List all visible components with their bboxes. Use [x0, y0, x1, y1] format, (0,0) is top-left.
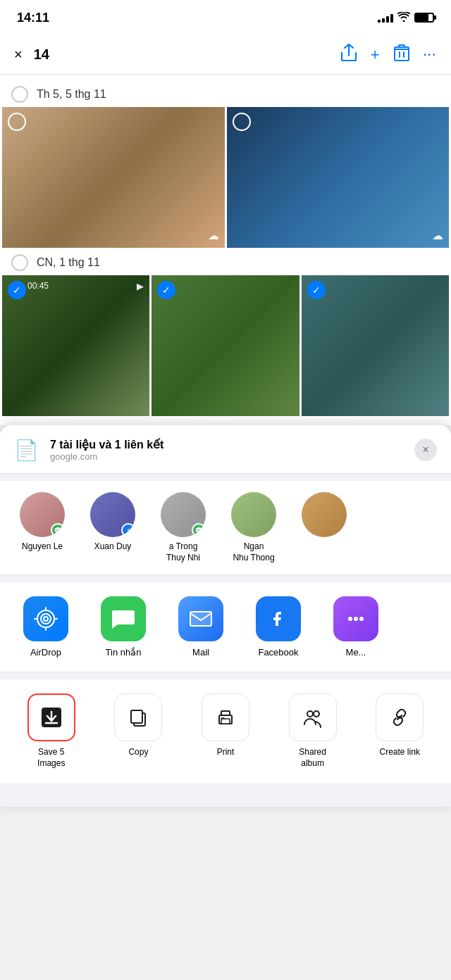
contact-item-2[interactable]: f Xuan Duy — [85, 492, 141, 563]
contact-avatar-4 — [231, 492, 276, 537]
battery-icon — [414, 13, 434, 23]
wifi-icon — [397, 12, 410, 24]
create-link-label: Create link — [379, 747, 419, 758]
share-title: 7 tài liệu và 1 liên kết — [50, 438, 403, 451]
svg-rect-4 — [190, 612, 211, 626]
action-print[interactable]: Print — [185, 693, 266, 769]
contact-name-1: Nguyen Le — [22, 541, 63, 553]
contact-badge-2: f — [121, 523, 135, 537]
contacts-row: 💬 Nguyen Le f Xuan Duy 💬 a TrongThuy Nhi… — [0, 481, 451, 575]
photo-select-4[interactable]: ✓ — [157, 281, 175, 299]
svg-point-13 — [307, 711, 313, 717]
share-sheet-overlay: 📄 7 tài liệu và 1 liên kết google.com × … — [0, 425, 451, 807]
contact-item-4[interactable]: NganNhu Thong — [226, 492, 282, 563]
photo-grid: Th 5, 5 thg 11 ☁ ☁ CN, 1 thg 11 ✓ 00:45 … — [0, 75, 451, 425]
mail-label: Mail — [192, 647, 209, 658]
video-duration: 00:45 — [27, 281, 49, 291]
contact-avatar-3: 💬 — [161, 492, 206, 537]
contact-avatar-1: 💬 — [20, 492, 65, 537]
share-title-block: 7 tài liệu và 1 liên kết google.com — [50, 438, 403, 462]
share-close-button[interactable]: × — [414, 439, 437, 461]
actions-row: Save 5Images Copy — [0, 679, 451, 783]
mail-icon — [178, 596, 223, 641]
more-button[interactable]: ··· — [424, 49, 437, 61]
contact-badge-3: 💬 — [192, 523, 206, 537]
share-button[interactable] — [341, 44, 357, 66]
share-doc-icon: 📄 — [14, 439, 39, 462]
svg-point-3 — [44, 617, 48, 621]
trash-button[interactable] — [394, 44, 409, 66]
svg-point-14 — [314, 711, 319, 717]
create-link-button[interactable] — [376, 693, 424, 741]
app-item-fb[interactable]: Facebook — [247, 596, 310, 658]
app-item-airdrop[interactable]: AirDrop — [14, 596, 78, 658]
photo-thumb-2[interactable]: ☁ — [227, 107, 450, 248]
status-icons — [378, 12, 434, 24]
date-select-checkbox-1[interactable] — [11, 86, 28, 103]
play-icon: ▶ — [137, 281, 144, 291]
svg-point-5 — [348, 617, 352, 621]
more-apps-icon — [333, 596, 378, 641]
messages-label: Tin nhắn — [106, 647, 142, 658]
contact-avatar-2: f — [90, 492, 135, 537]
contact-name-3: a TrongThuy Nhi — [166, 541, 200, 563]
nav-actions: + ··· — [341, 44, 437, 66]
save-images-button[interactable] — [27, 693, 75, 741]
shared-album-button[interactable] — [289, 693, 337, 741]
contact-item-5[interactable] — [296, 492, 352, 563]
share-header: 📄 7 tài liệu và 1 liên kết google.com × — [0, 425, 451, 474]
close-button[interactable]: × — [14, 46, 23, 63]
svg-point-7 — [359, 617, 364, 621]
copy-label: Copy — [128, 747, 148, 758]
svg-rect-10 — [131, 710, 142, 723]
date-header-2: CN, 1 thg 11 — [0, 250, 451, 275]
photo-select-3[interactable]: ✓ — [8, 281, 26, 299]
photo-thumb-4[interactable]: ✓ — [152, 275, 299, 416]
photo-select-5[interactable]: ✓ — [307, 281, 326, 299]
svg-point-2 — [41, 614, 51, 624]
photo-select-2[interactable] — [233, 113, 251, 131]
photo-thumb-1[interactable]: ☁ — [2, 107, 225, 248]
date-header-1: Th 5, 5 thg 11 — [0, 82, 451, 107]
date-select-checkbox-2[interactable] — [11, 254, 28, 271]
photo-row-2: ✓ 00:45 ▶ ✓ ✓ — [0, 275, 451, 416]
facebook-icon — [256, 596, 301, 641]
photo-row-1: ☁ ☁ — [0, 107, 451, 248]
print-button[interactable] — [202, 693, 249, 741]
status-time: 14:11 — [17, 11, 49, 25]
photo-thumb-5[interactable]: ✓ — [302, 275, 449, 416]
contact-name-2: Xuan Duy — [94, 541, 132, 553]
share-subtitle: google.com — [50, 451, 403, 462]
status-bar: 14:11 — [0, 0, 451, 35]
facebook-label: Facebook — [258, 647, 298, 658]
photo-select-1[interactable] — [8, 113, 26, 131]
date-label-2: CN, 1 thg 11 — [37, 256, 100, 269]
contact-item-1[interactable]: 💬 Nguyen Le — [14, 492, 70, 563]
copy-button[interactable] — [114, 693, 162, 741]
contact-avatar-5 — [302, 492, 347, 537]
more-apps-label: Me... — [346, 647, 366, 658]
cloud-icon-2: ☁ — [432, 229, 443, 242]
cloud-icon-1: ☁ — [208, 229, 219, 242]
shared-album-label: Sharedalbum — [299, 747, 326, 769]
app-item-mail[interactable]: Mail — [169, 596, 233, 658]
airdrop-icon — [23, 596, 68, 641]
action-copy[interactable]: Copy — [99, 693, 179, 769]
action-save[interactable]: Save 5Images — [11, 693, 92, 769]
svg-rect-12 — [221, 719, 230, 724]
contact-item-3[interactable]: 💬 a TrongThuy Nhi — [155, 492, 211, 563]
date-label-1: Th 5, 5 thg 11 — [37, 88, 106, 101]
print-label: Print — [217, 747, 235, 758]
photo-thumb-3[interactable]: ✓ 00:45 ▶ — [2, 275, 149, 416]
action-shared-album[interactable]: Sharedalbum — [273, 693, 353, 769]
app-item-more[interactable]: Me... — [324, 596, 388, 658]
share-sheet: 📄 7 tài liệu và 1 liên kết google.com × … — [0, 425, 451, 807]
top-navigation: × 14 + ··· — [0, 35, 451, 75]
save-images-label: Save 5Images — [37, 747, 65, 769]
action-create-link[interactable]: Create link — [359, 693, 440, 769]
apps-row: AirDrop Tin nhắn Mail — [0, 582, 451, 672]
add-button[interactable]: + — [371, 46, 380, 64]
airdrop-label: AirDrop — [30, 647, 61, 658]
app-item-msg[interactable]: Tin nhắn — [92, 596, 155, 658]
selection-count: 14 — [34, 46, 330, 63]
